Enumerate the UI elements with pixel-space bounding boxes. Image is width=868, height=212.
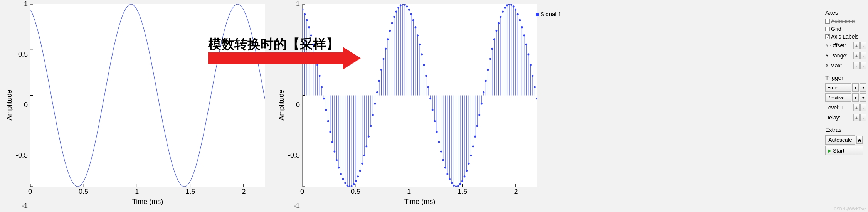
row-grid-chk[interactable]: Grid bbox=[825, 26, 866, 32]
xlabel-left: Time (ms) bbox=[30, 196, 265, 206]
svg-point-167 bbox=[468, 163, 470, 165]
svg-point-111 bbox=[408, 9, 410, 11]
svg-point-155 bbox=[455, 185, 457, 187]
yticks-right: -1-0.500.51 bbox=[287, 4, 302, 206]
svg-point-213 bbox=[517, 13, 519, 15]
svg-point-193 bbox=[496, 30, 498, 32]
row-delay: Delay: + - bbox=[825, 113, 866, 122]
chart-box-sampled[interactable] bbox=[302, 4, 537, 187]
svg-point-37 bbox=[329, 131, 331, 133]
svg-point-101 bbox=[397, 7, 399, 9]
yticks-left: -1-0.500.51 bbox=[15, 4, 30, 206]
row-autoscale-chk[interactable]: Autoscale bbox=[825, 18, 866, 24]
svg-point-85 bbox=[380, 69, 382, 71]
svg-point-137 bbox=[436, 131, 438, 133]
svg-point-35 bbox=[327, 120, 329, 122]
autoscale-button[interactable]: Autoscale bbox=[825, 135, 855, 145]
trigger-edge-select[interactable]: Positive bbox=[825, 93, 851, 102]
svg-point-223 bbox=[527, 53, 529, 55]
trigger-mode-dropdown-icon[interactable]: ▾ bbox=[852, 83, 859, 92]
svg-point-147 bbox=[446, 173, 448, 175]
svg-point-49 bbox=[342, 178, 344, 180]
svg-point-183 bbox=[485, 80, 487, 82]
row-yoffset: Y Offset: + - bbox=[825, 41, 866, 50]
level-plus-button[interactable]: + bbox=[853, 104, 860, 111]
svg-point-199 bbox=[502, 11, 504, 13]
plot-continuous: Amplitude -1-0.500.51 00.511.52 Time (ms… bbox=[0, 0, 270, 208]
svg-point-171 bbox=[472, 145, 474, 147]
svg-point-207 bbox=[510, 4, 512, 6]
delay-minus-button[interactable]: - bbox=[860, 114, 866, 121]
svg-point-19 bbox=[310, 34, 312, 36]
trigger-edge-dropdown-icon[interactable]: ▾ bbox=[852, 93, 859, 102]
svg-point-219 bbox=[523, 34, 525, 36]
svg-point-161 bbox=[461, 180, 463, 182]
svg-point-91 bbox=[387, 38, 389, 40]
svg-point-127 bbox=[425, 75, 427, 77]
svg-point-145 bbox=[444, 167, 446, 168]
svg-point-151 bbox=[451, 182, 453, 184]
grid-checkbox[interactable] bbox=[825, 27, 830, 31]
row-axislabels-chk[interactable]: ✓ Axis Labels bbox=[825, 34, 866, 40]
svg-point-15 bbox=[306, 19, 308, 21]
svg-point-23 bbox=[315, 53, 316, 55]
autoscale-e-button[interactable]: e bbox=[856, 136, 863, 144]
svg-point-175 bbox=[476, 125, 478, 127]
svg-point-109 bbox=[406, 5, 408, 7]
svg-point-173 bbox=[474, 136, 476, 138]
yrange-minus-button[interactable]: - bbox=[860, 52, 866, 59]
svg-point-63 bbox=[357, 175, 359, 177]
svg-point-203 bbox=[506, 4, 508, 6]
svg-point-77 bbox=[372, 114, 374, 116]
svg-point-169 bbox=[470, 155, 472, 156]
svg-point-61 bbox=[355, 180, 357, 182]
trigger-edge-extra-icon[interactable]: ▾ bbox=[860, 93, 866, 102]
svg-point-211 bbox=[515, 9, 516, 11]
svg-point-27 bbox=[319, 75, 321, 77]
row-level: Level: + + - bbox=[825, 103, 866, 112]
svg-point-75 bbox=[370, 125, 372, 127]
svg-point-187 bbox=[489, 58, 491, 60]
svg-point-191 bbox=[493, 38, 495, 40]
svg-point-131 bbox=[429, 98, 431, 99]
yrange-plus-button[interactable]: + bbox=[853, 52, 860, 59]
svg-point-31 bbox=[323, 98, 325, 99]
legend-marker-icon bbox=[536, 13, 539, 16]
svg-point-159 bbox=[459, 183, 461, 185]
svg-point-231 bbox=[536, 98, 537, 99]
svg-point-95 bbox=[391, 22, 393, 24]
xmax-plus-button[interactable]: - bbox=[853, 62, 860, 69]
legend: Signal 1 bbox=[536, 11, 561, 17]
svg-point-153 bbox=[453, 185, 455, 187]
xmax-minus-button[interactable]: - bbox=[860, 62, 866, 69]
yoffset-plus-button[interactable]: + bbox=[853, 42, 860, 49]
svg-point-221 bbox=[525, 44, 527, 45]
level-minus-button[interactable]: - bbox=[860, 104, 866, 111]
svg-point-93 bbox=[389, 30, 391, 32]
svg-point-217 bbox=[521, 26, 523, 28]
autoscale-checkbox[interactable] bbox=[825, 19, 830, 24]
svg-point-125 bbox=[423, 64, 425, 66]
yoffset-minus-button[interactable]: - bbox=[860, 42, 866, 49]
axis-labels-checkbox[interactable]: ✓ bbox=[825, 34, 830, 39]
xticks-right: 00.511.52 bbox=[302, 187, 537, 196]
svg-point-99 bbox=[395, 11, 397, 13]
svg-point-119 bbox=[417, 34, 419, 36]
watermark: CSDN @WebTrap bbox=[834, 207, 866, 211]
delay-plus-button[interactable]: + bbox=[853, 114, 860, 121]
svg-point-229 bbox=[534, 86, 536, 88]
trigger-mode-select[interactable]: Free bbox=[825, 83, 851, 92]
svg-point-83 bbox=[378, 80, 380, 82]
chart-box-continuous[interactable] bbox=[30, 4, 265, 187]
section-axes: Axes bbox=[825, 8, 866, 17]
svg-point-107 bbox=[404, 4, 406, 6]
controls-panel: Axes Autoscale Grid ✓ Axis Labels Y Offs… bbox=[823, 7, 868, 208]
svg-point-53 bbox=[347, 185, 348, 187]
svg-point-71 bbox=[365, 145, 367, 147]
svg-point-21 bbox=[312, 44, 314, 45]
svg-point-177 bbox=[478, 114, 480, 116]
svg-point-129 bbox=[427, 86, 429, 88]
svg-point-57 bbox=[351, 185, 353, 187]
start-button[interactable]: ▶ Start bbox=[825, 146, 863, 155]
trigger-mode-extra-icon[interactable]: ▾ bbox=[860, 83, 866, 92]
